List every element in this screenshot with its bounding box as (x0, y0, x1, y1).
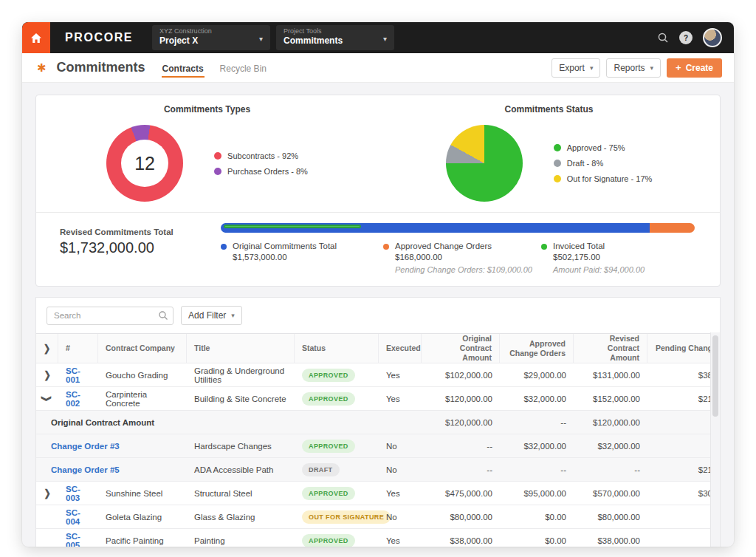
status-badge: APPROVED (302, 369, 355, 382)
page-header: ✱ Commitments Contracts Recycle Bin Expo… (22, 53, 734, 83)
revised-amount-cell: -- (574, 458, 647, 481)
change-order-link[interactable]: Change Order #3 (51, 442, 120, 451)
approved-co-cell: $32,000.00 (500, 387, 574, 410)
executed-cell: Yes (379, 529, 422, 547)
search-input[interactable] (47, 307, 173, 325)
title-cell: Painting (187, 529, 295, 547)
legend-subtext: Amount Paid: $94,000.00 (553, 265, 645, 274)
donut-center-value: 12 (121, 140, 168, 187)
col-pending-change: Pending Chang (647, 334, 720, 363)
revised-amount-cell: $131,000.00 (574, 363, 647, 386)
legend-label: Subcontracts - 92% (227, 151, 298, 160)
revised-amount-cell: $152,000.00 (574, 387, 647, 410)
original-amount-cell: $80,000.00 (422, 505, 500, 528)
tab-contracts[interactable]: Contracts (162, 55, 205, 81)
contract-number-link[interactable]: SC-004 (66, 508, 91, 526)
legend-amount: $502,175.00 (553, 253, 645, 262)
legend-dot (383, 244, 389, 250)
create-button[interactable]: + Create (667, 58, 722, 78)
legend-label: Draft - 8% (567, 159, 604, 168)
executed-cell: Yes (379, 363, 422, 386)
legend-amount: $168,000.00 (395, 253, 532, 262)
procore-logo: PROCORE (65, 31, 133, 44)
contract-company-cell: Goleta Glazing (98, 505, 187, 528)
export-button[interactable]: Export ▾ (551, 58, 600, 78)
scrollbar-thumb[interactable] (712, 335, 718, 417)
original-amount-cell: $102,000.00 (422, 363, 500, 386)
col-approved-change-orders: Approved Change Orders (500, 334, 574, 363)
contract-company-cell: Pacific Painting (98, 529, 187, 547)
expand-toggle[interactable]: ❯ (44, 369, 50, 381)
status-badge: OUT FOR SIGNATURE (302, 510, 391, 524)
contract-number-link[interactable]: SC-001 (66, 366, 91, 384)
project-picker-label: XYZ Construction (159, 27, 212, 35)
original-amount-cell: -- (422, 458, 500, 481)
legend-amount: $1,573,000.00 (233, 253, 337, 262)
legend-item: Approved - 75% (554, 143, 653, 152)
contract-number-link[interactable]: SC-003 (66, 485, 91, 502)
title-cell: Hardscape Changes (187, 434, 295, 457)
approved-co-cell: $32,000.00 (500, 434, 574, 457)
pending-change-cell: $30 (647, 482, 720, 505)
legend-label: Out for Signature - 17% (567, 174, 653, 183)
col-number: # (58, 334, 98, 363)
totals-section: Revised Commitments Total $1,732,000.00 … (36, 213, 720, 286)
chevron-down-icon: ▾ (590, 64, 594, 72)
approved-co-cell: $0.00 (500, 505, 574, 528)
chevron-down-icon: ▾ (383, 35, 387, 43)
contract-number-link[interactable]: SC-005 (66, 532, 91, 547)
contracts-table-section: Add Filter ▾ ❯ # Contract Company Title … (35, 297, 721, 547)
reports-button-label: Reports (614, 63, 645, 73)
change-orders-segment (650, 223, 695, 233)
pending-change-cell: $38 (647, 363, 720, 386)
change-order-link[interactable]: Change Order #5 (51, 465, 120, 474)
contract-number-link[interactable]: SC-002 (66, 390, 91, 408)
progress-bar-legend: Original Commitments Total$1,573,000.00A… (221, 242, 695, 274)
revised-total-value: $1,732,000.00 (60, 239, 221, 256)
pending-change-cell (647, 505, 720, 528)
add-filter-button[interactable]: Add Filter ▾ (181, 306, 242, 325)
chevron-right-icon: ❯ (44, 342, 50, 355)
legend-label: Approved - 75% (567, 143, 625, 152)
original-amount-cell: $38,000.00 (422, 529, 500, 547)
commitments-progress-bar (221, 223, 695, 233)
legend-item: Purchase Orders - 8% (214, 167, 308, 176)
tab-recycle-bin[interactable]: Recycle Bin (219, 55, 267, 81)
search-icon[interactable] (657, 32, 669, 44)
approved-co-cell: $29,000.00 (500, 363, 574, 386)
legend-dot (214, 168, 221, 175)
subtotal-label: Original Contract Amount (51, 418, 154, 427)
plus-icon: + (676, 62, 681, 73)
revised-amount-cell: $38,000.00 (574, 529, 647, 547)
status-badge: DRAFT (302, 463, 340, 476)
expand-toggle[interactable]: ❯ (41, 395, 53, 402)
app-window: PROCORE XYZ Construction Project X ▾ Pro… (22, 22, 734, 547)
bar-legend-item: Invoiced Total$502,175.00Amount Paid: $9… (541, 242, 645, 274)
expand-toggle[interactable]: ❯ (44, 488, 50, 499)
original-amount-cell: $475,000.00 (422, 482, 500, 505)
reports-button[interactable]: Reports ▾ (606, 58, 661, 78)
help-button[interactable]: ? (679, 31, 693, 44)
revised-amount-cell: $80,000.00 (574, 505, 647, 528)
bar-legend-item: Original Commitments Total$1,573,000.00 (221, 242, 383, 274)
add-filter-label: Add Filter (188, 310, 226, 321)
expand-all-header[interactable]: ❯ (36, 334, 58, 363)
status-badge: APPROVED (302, 534, 355, 547)
legend-subtext: Pending Change Orders: $109,000.00 (395, 265, 532, 274)
legend-item: Draft - 8% (554, 159, 653, 168)
project-picker-value: Project X (159, 35, 212, 47)
tool-picker[interactable]: Project Tools Commitments ▾ (276, 25, 394, 50)
commitments-tool-icon: ✱ (37, 61, 47, 75)
home-button[interactable] (22, 22, 50, 53)
status-badge: APPROVED (302, 392, 355, 406)
user-avatar[interactable] (703, 28, 722, 47)
title-cell: ADA Accessible Path (187, 458, 295, 481)
project-picker[interactable]: XYZ Construction Project X ▾ (152, 25, 270, 50)
commitments-types-chart: Commitments Types 12 Subcontracts - 92%P… (36, 95, 378, 212)
table-row: ❯SC-001Goucho GradingGrading & Undergrou… (36, 363, 720, 386)
chart-title: Commitments Status (378, 104, 720, 115)
col-original-contract-amount: Original Contract Amount (422, 334, 500, 363)
tool-picker-value: Commitments (284, 35, 343, 47)
pending-change-cell: $21 (647, 458, 720, 481)
top-nav-bar: PROCORE XYZ Construction Project X ▾ Pro… (22, 22, 734, 53)
